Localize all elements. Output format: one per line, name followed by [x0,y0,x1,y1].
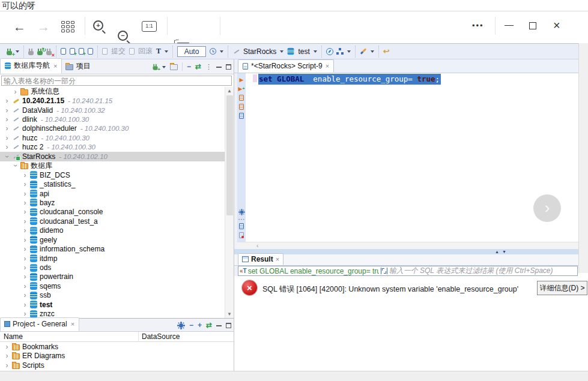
back-icon[interactable]: ← [13,20,26,34]
tab-project-general[interactable]: Project - General × [0,317,79,331]
transaction-log-caret-icon[interactable] [220,50,223,55]
topology-icon[interactable] [337,48,344,55]
tree-item[interactable]: ›sqems [0,281,234,290]
scroll-up-icon[interactable]: ▲ [225,88,234,94]
expander-icon[interactable]: › [13,163,19,169]
execute-sql-icon[interactable]: ▶ [237,75,246,84]
active-database-selector[interactable]: test [298,47,309,56]
tab-database-navigator[interactable]: 数据库导航 × [0,58,62,74]
commit-button[interactable]: 提交 [111,46,126,56]
expander-icon[interactable]: › [4,107,10,113]
expander-icon[interactable]: › [22,265,28,271]
link-with-editor-icon[interactable]: ⇄ [195,62,201,71]
expander-icon[interactable]: › [4,153,10,160]
project-link-icon[interactable]: ⇄ [206,321,212,329]
expander-icon[interactable]: › [22,256,28,262]
expander-icon[interactable]: › [22,246,28,252]
scrollbar-thumb[interactable] [226,95,233,215]
expander-icon[interactable]: › [22,200,28,206]
transaction-mode-caret-icon[interactable] [165,50,168,55]
collapse-all-icon[interactable]: − [187,62,191,71]
tab-close-icon[interactable]: × [53,62,57,70]
new-sql-editor-icon[interactable] [70,48,75,55]
project-row[interactable]: ›ER Diagrams [0,352,234,361]
tree-item[interactable]: ›ods [0,263,234,272]
zoom-in-icon[interactable]: + [93,20,103,31]
expander-icon[interactable]: › [22,274,28,280]
tree-item[interactable]: ›10.240.21.15- 10.240.21.15 [0,96,234,105]
transaction-mode-icon[interactable]: T [156,47,161,56]
expander-icon[interactable]: › [22,283,28,289]
editor-dots-icon[interactable]: ⋯ [237,217,246,221]
tree-item[interactable]: ›数据库 [0,161,234,170]
database-caret-icon[interactable] [314,50,317,55]
tree-item[interactable]: ›test [0,300,234,309]
dashboard-icon[interactable] [326,48,333,55]
expander-icon[interactable]: › [22,191,28,197]
tree-item[interactable]: ›StarRocks- 10.240.102.10 [0,152,234,161]
table-filter-input[interactable] [1,76,232,86]
tree-item[interactable]: ›itdmp [0,254,234,263]
expander-icon[interactable]: › [22,237,28,243]
tools-caret-icon[interactable] [371,50,374,55]
sash-up-icon[interactable]: ▲ [495,249,499,254]
editor-tab-close-icon[interactable]: × [326,62,329,70]
more-options-icon[interactable]: ••• [472,21,484,30]
sql-editor-icon[interactable] [61,48,66,55]
actual-size-icon[interactable]: 1:1 [142,21,157,32]
expander-icon[interactable]: › [4,135,10,141]
new-connection-caret-icon[interactable] [16,50,19,55]
execute-script-new-tab-icon[interactable] [237,102,246,111]
expander-icon[interactable]: › [4,125,10,131]
zoom-out-icon[interactable]: − [118,31,128,41]
column-datasource[interactable]: DataSource [142,332,180,341]
new-connection-icon[interactable]: + [7,51,12,55]
tree-item[interactable]: ›information_schema [0,244,234,253]
expander-icon[interactable]: › [22,181,28,187]
connect-icon[interactable] [28,51,34,55]
panel-new-connection-icon[interactable]: + [153,66,157,70]
minimize-button[interactable]: — [505,19,514,29]
tree-item[interactable]: ›ssb [0,291,234,300]
tree-item[interactable]: ›powertrain [0,272,234,281]
tree-item[interactable]: ›dlink- 10.240.100.30 [0,115,234,124]
close-button[interactable]: × [553,19,560,32]
minimize-panel-icon[interactable] [216,66,222,68]
reconnect-icon[interactable]: ↻ [37,51,43,55]
expander-icon[interactable]: › [4,116,10,122]
maximize-button[interactable] [529,22,536,29]
expander-icon[interactable]: › [22,292,28,298]
tree-item[interactable]: ›dolphinscheduler- 10.240.100.30 [0,124,234,133]
expander-icon[interactable]: › [22,302,28,308]
expander-icon[interactable]: › [12,89,19,95]
project-maximize-icon[interactable] [226,323,231,328]
commit-mode-combo[interactable]: Auto [177,46,206,57]
explain-plan-icon[interactable] [237,111,246,120]
maximize-panel-icon[interactable] [226,64,231,70]
active-connection-selector[interactable]: StarRocks [243,47,276,56]
tree-item[interactable]: ›api [0,189,234,198]
open-sql-script-icon[interactable] [79,48,84,55]
tree-item[interactable]: ›huzc- 10.240.100.30 [0,133,234,142]
tree-item[interactable]: ›geely [0,235,234,244]
column-name[interactable]: Name [4,332,23,341]
details-button[interactable]: 详细信息(D) > [537,281,587,295]
expander-icon[interactable]: › [22,227,28,233]
tree-item[interactable]: ›huzc 2- 10.240.100.30 [0,143,234,152]
settings-gear-icon[interactable] [179,323,183,328]
execute-script-icon[interactable] [237,93,246,102]
expander-icon[interactable]: › [4,344,10,350]
topology-caret-icon[interactable] [347,50,351,55]
result-sash[interactable]: ▲ ▼ [234,249,578,254]
rollback-button[interactable]: 回滚 [138,46,153,56]
expander-icon[interactable]: › [4,362,10,368]
back-history-icon[interactable]: ↩ [383,47,390,56]
view-menu-icon[interactable]: ⋮ [205,63,212,71]
tab-sql-script[interactable]: *<StarRocks> Script-9 × [238,59,334,73]
tree-item[interactable]: ›cloudcanal_console [0,208,234,217]
expand-filter-icon[interactable] [381,268,387,274]
result-filter-bar[interactable]: «T set GLOBAL enable_resource_group= tru… [238,266,578,276]
sql-editor-area[interactable]: set GLOBAL enable_resource_group= true; [246,73,578,242]
disconnect-icon[interactable]: × [46,51,52,55]
expander-icon[interactable]: › [22,209,28,215]
